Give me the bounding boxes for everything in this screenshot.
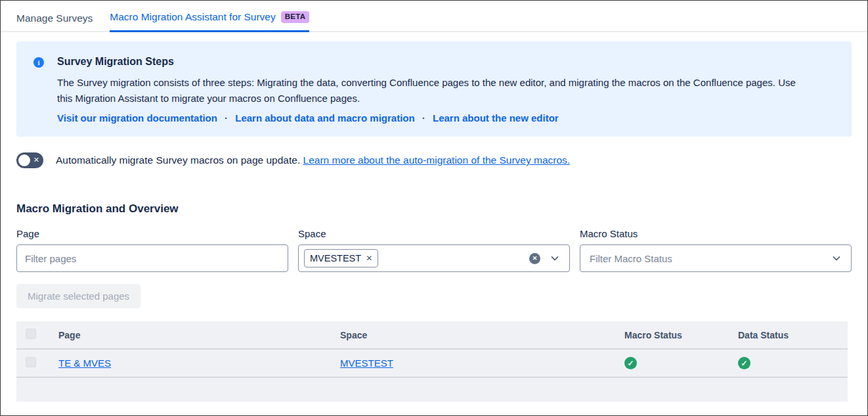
select-all-checkbox[interactable] bbox=[26, 329, 36, 339]
link-migration-documentation[interactable]: Visit our migration documentation bbox=[57, 112, 217, 124]
header-data-status: Data Status bbox=[738, 330, 848, 340]
app-viewport: Manage Surveys Macro Migration Assistant… bbox=[0, 0, 868, 416]
space-link[interactable]: MVESTEST bbox=[340, 358, 393, 369]
macro-status-success-icon: ✓ bbox=[624, 357, 637, 369]
page-filter-field: Page bbox=[16, 228, 288, 272]
table-header-row: Page Space Macro Status Data Status bbox=[16, 321, 848, 350]
migration-table: Page Space Macro Status Data Status TE &… bbox=[16, 321, 848, 402]
table-footer bbox=[16, 378, 848, 402]
header-space: Space bbox=[340, 330, 624, 340]
space-tag-label: MVESTEST bbox=[310, 253, 361, 264]
tab-bar: Manage Surveys Macro Migration Assistant… bbox=[1, 1, 867, 32]
link-separator: · bbox=[225, 112, 228, 124]
auto-migrate-toggle[interactable]: ✕ bbox=[16, 152, 43, 168]
header-page: Page bbox=[58, 330, 340, 340]
chevron-down-icon[interactable] bbox=[831, 252, 842, 264]
page-link[interactable]: TE & MVES bbox=[58, 358, 111, 369]
auto-migration-learn-more-link[interactable]: Learn more about the auto-migration of t… bbox=[303, 154, 571, 166]
chevron-down-icon[interactable] bbox=[549, 252, 561, 264]
table-row: TE & MVES MVESTEST ✓ ✓ bbox=[16, 350, 848, 378]
auto-migrate-row: ✕ Automatically migrate Survey macros on… bbox=[16, 152, 852, 168]
macro-status-filter-label: Macro Status bbox=[580, 228, 852, 239]
info-panel-title: Survey Migration Steps bbox=[57, 56, 809, 68]
page-filter-input[interactable] bbox=[17, 245, 288, 271]
section-title: Macro Migration and Overview bbox=[16, 202, 852, 216]
clear-all-icon[interactable]: ✕ bbox=[529, 253, 540, 264]
macro-status-placeholder: Filter Macro Status bbox=[586, 253, 672, 264]
page-filter-control bbox=[16, 244, 288, 272]
auto-migrate-text: Automatically migrate Survey macros on p… bbox=[56, 154, 300, 166]
info-panel-links: Visit our migration documentation · Lear… bbox=[57, 112, 809, 124]
data-status-success-icon: ✓ bbox=[738, 357, 750, 369]
beta-badge: BETA bbox=[281, 11, 310, 23]
macro-status-filter-select[interactable]: Filter Macro Status bbox=[580, 244, 852, 272]
info-panel-content: Survey Migration Steps The Survey migrat… bbox=[57, 56, 809, 124]
header-macro-status: Macro Status bbox=[624, 330, 738, 340]
space-filter-label: Space bbox=[298, 228, 570, 239]
link-data-macro-migration[interactable]: Learn about data and macro migration bbox=[235, 112, 414, 124]
macro-status-filter-field: Macro Status Filter Macro Status bbox=[580, 228, 852, 272]
link-new-editor[interactable]: Learn about the new editor bbox=[433, 112, 559, 124]
page-filter-label: Page bbox=[16, 228, 288, 239]
auto-migrate-label: Automatically migrate Survey macros on p… bbox=[56, 154, 570, 166]
toggle-knob-icon bbox=[18, 154, 30, 166]
space-selected-tag: MVESTEST ✕ bbox=[304, 249, 378, 267]
info-panel-body: The Survey migration consists of three s… bbox=[57, 75, 809, 106]
space-filter-select[interactable]: MVESTEST ✕ ✕ bbox=[298, 244, 570, 272]
info-icon: i bbox=[33, 57, 44, 68]
row-checkbox[interactable] bbox=[26, 357, 36, 367]
toggle-off-x-icon: ✕ bbox=[33, 156, 39, 164]
tab-assistant-label: Macro Migration Assistant for Survey bbox=[110, 11, 275, 23]
space-filter-field: Space MVESTEST ✕ ✕ bbox=[298, 228, 570, 272]
tag-remove-icon[interactable]: ✕ bbox=[366, 254, 372, 263]
migrate-selected-pages-button[interactable]: Migrate selected pages bbox=[16, 284, 141, 308]
tab-manage-surveys[interactable]: Manage Surveys bbox=[16, 11, 93, 32]
tab-manage-surveys-label: Manage Surveys bbox=[16, 12, 93, 24]
migration-info-panel: i Survey Migration Steps The Survey migr… bbox=[16, 41, 852, 137]
filter-row: Page Space MVESTEST ✕ ✕ Macro Status bbox=[16, 228, 852, 272]
link-separator: · bbox=[422, 112, 425, 124]
tab-macro-migration-assistant[interactable]: Macro Migration Assistant for Survey BET… bbox=[110, 11, 309, 32]
